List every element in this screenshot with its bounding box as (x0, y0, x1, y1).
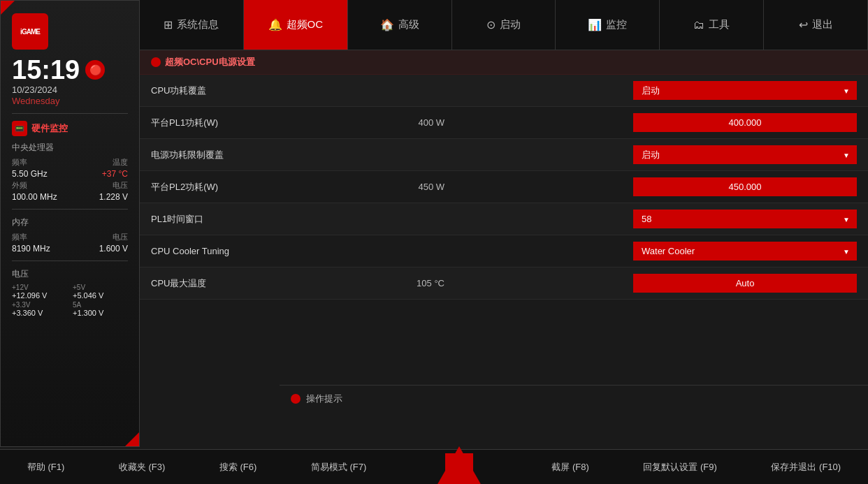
volt-5v: +5V +5.046 V (73, 284, 128, 300)
volt-grid: +12V +12.096 V +5V +5.046 V +3.3V +3.360… (12, 284, 128, 317)
clock-area: 15:19 🔴 10/23/2024 Wednesday (12, 57, 128, 106)
dropdown-cpu-power-override[interactable]: 启动 禁用 (633, 81, 857, 100)
time-display: 15:19 (12, 57, 80, 83)
volt-33v: +3.3V +3.360 V (12, 301, 67, 317)
input-pl1-power[interactable] (633, 113, 857, 132)
settings-control-6 (458, 274, 857, 293)
dropdown-power-limit-override[interactable]: 启动 禁用 (633, 145, 857, 164)
settings-control-2: 启动 禁用 (458, 145, 857, 164)
settings-unit-6: 105 °C (375, 278, 458, 288)
breadcrumb-bar: 超频OC\CPU电源设置 (140, 50, 868, 75)
breadcrumb-dot (151, 57, 161, 67)
hw-monitor-header: 📟 硬件监控 (12, 121, 128, 136)
dropdown-wrap-5: Water Cooler Air Cooler Auto (633, 242, 857, 261)
btn-screenshot[interactable]: 截屏 (F8) (544, 461, 595, 474)
volt-33v-label: +3.3V (12, 301, 67, 309)
mem-freq-value: 8190 MHz (12, 244, 50, 254)
boot-icon: ⊙ (486, 18, 496, 31)
settings-control-1 (458, 113, 857, 132)
btn-reset-defaults[interactable]: 回复默认设置 (F9) (636, 461, 723, 474)
divider-2 (12, 209, 128, 210)
tab-advanced[interactable]: 🏠 高级 (348, 0, 452, 50)
dropdown-cpu-cooler-tuning[interactable]: Water Cooler Air Cooler Auto (633, 242, 857, 261)
cpu-ext-freq-value: 100.00 MHz (12, 192, 57, 202)
mem-freq-label: 频率 (12, 232, 27, 242)
tab-monitor[interactable]: 📊 监控 (556, 0, 660, 50)
volt-5a-label: 5A (73, 301, 128, 309)
settings-row-2: 电源功耗限制覆盖 启动 禁用 (140, 139, 868, 171)
tab-exit[interactable]: ↩ 退出 (764, 0, 868, 50)
settings-label-3: 平台PL2功耗(W) (151, 181, 375, 193)
cpu-freq-row: 频率 温度 (12, 157, 128, 168)
advanced-icon: 🏠 (380, 18, 394, 31)
day-display: Wednesday (12, 96, 128, 106)
divider-1 (12, 113, 128, 114)
volt-5v-label: +5V (73, 284, 128, 291)
tab-monitor-label: 监控 (606, 18, 627, 31)
mem-section-title: 内存 (12, 217, 128, 228)
volt-section-title: 电压 (12, 268, 128, 280)
top-nav: ⊞ 系统信息 🔔 超频OC 🏠 高级 ⊙ 启动 📊 监控 🗂 工具 ↩ 退出 (140, 0, 868, 50)
sidebar: iGAME 15:19 🔴 10/23/2024 Wednesday 📟 硬件监… (0, 0, 140, 447)
settings-control-5: Water Cooler Air Cooler Auto (458, 242, 857, 261)
cpu-ext-freq-label: 外频 (12, 180, 27, 191)
hint-bar: 操作提示 (280, 385, 868, 412)
system-info-icon: ⊞ (164, 18, 173, 31)
cpu-volt-value: 1.228 V (99, 192, 128, 202)
clock-time: 15:19 🔴 (12, 57, 128, 83)
settings-row-5: CPU Cooler Tuning Water Cooler Air Coole… (140, 235, 868, 267)
settings-row-0: CPU功耗覆盖 启动 禁用 (140, 75, 868, 107)
tab-exit-label: 退出 (812, 18, 833, 31)
cpu-ext-row: 外频 电压 (12, 180, 128, 191)
tab-oc-label: 超频OC (287, 18, 324, 31)
main-content: ⊞ 系统信息 🔔 超频OC 🏠 高级 ⊙ 启动 📊 监控 🗂 工具 ↩ 退出 (140, 0, 868, 447)
tab-system-info-label: 系统信息 (177, 18, 219, 31)
volt-5a: 5A +1.300 V (73, 301, 128, 317)
cpu-freq-label: 频率 (12, 157, 27, 168)
settings-label-1: 平台PL1功耗(W) (151, 117, 375, 129)
mem-volt-value: 1.600 V (99, 244, 128, 254)
settings-row-3: 平台PL2功耗(W) 450 W (140, 171, 868, 203)
tab-system-info[interactable]: ⊞ 系统信息 (140, 0, 244, 50)
tab-boot[interactable]: ⊙ 启动 (452, 0, 556, 50)
volt-33v-value: +3.360 V (12, 309, 67, 317)
btn-favorites[interactable]: 收藏夹 (F3) (112, 461, 172, 474)
oc-icon: 🔔 (268, 18, 282, 31)
exit-icon: ↩ (799, 18, 808, 31)
dropdown-pl1-window[interactable]: 58 28 64 (633, 210, 857, 228)
cpu-section-title: 中央处理器 (12, 142, 128, 154)
logo-icon: iGAME (12, 13, 48, 50)
volt-5v-value: +5.046 V (73, 291, 128, 300)
settings-label-2: 电源功耗限制覆盖 (151, 149, 375, 161)
cpu-freq-value: 5.50 GHz (12, 169, 48, 179)
dropdown-wrap-2: 启动 禁用 (633, 145, 857, 164)
btn-help[interactable]: 帮助 (F1) (20, 461, 71, 474)
settings-row-4: PL1时间窗口 58 28 64 (140, 203, 868, 235)
hint-text: 操作提示 (306, 393, 342, 405)
clock-icon: 🔴 (85, 60, 105, 80)
settings-label-5: CPU Cooler Tuning (151, 246, 375, 256)
settings-unit-3: 450 W (375, 182, 458, 192)
tools-icon: 🗂 (693, 19, 704, 31)
cpu-temp-label: 温度 (113, 157, 128, 168)
content-area: 超频OC\CPU电源设置 CPU功耗覆盖 启动 禁用 平 (140, 50, 868, 411)
tab-oc[interactable]: 🔔 超频OC (244, 0, 348, 50)
tab-boot-label: 启动 (500, 18, 521, 31)
volt-5a-value: +1.300 V (73, 309, 128, 317)
volt-12v: +12V +12.096 V (12, 284, 67, 300)
settings-control-3 (458, 177, 857, 196)
bottom-bar: 帮助 (F1) 收藏夹 (F3) 搜索 (F6) 简易模式 (F7) 截屏 (F… (0, 449, 868, 484)
settings-control-0: 启动 禁用 (458, 81, 857, 100)
input-cpu-max-temp[interactable] (633, 274, 857, 293)
mem-freq-value-row: 8190 MHz 1.600 V (12, 244, 128, 254)
btn-search[interactable]: 搜索 (F6) (212, 461, 263, 474)
tab-tools[interactable]: 🗂 工具 (660, 0, 764, 50)
btn-save-exit[interactable]: 保存并退出 (F10) (764, 461, 848, 474)
cpu-freq-value-row: 5.50 GHz +37 °C (12, 169, 128, 179)
cpu-volt-label: 电压 (113, 180, 128, 191)
hint-dot (291, 394, 301, 404)
input-pl2-power[interactable] (633, 177, 857, 196)
btn-easy-mode[interactable]: 简易模式 (F7) (304, 461, 373, 474)
volt-12v-value: +12.096 V (12, 291, 67, 300)
settings-row-6: CPU最大温度 105 °C (140, 267, 868, 300)
